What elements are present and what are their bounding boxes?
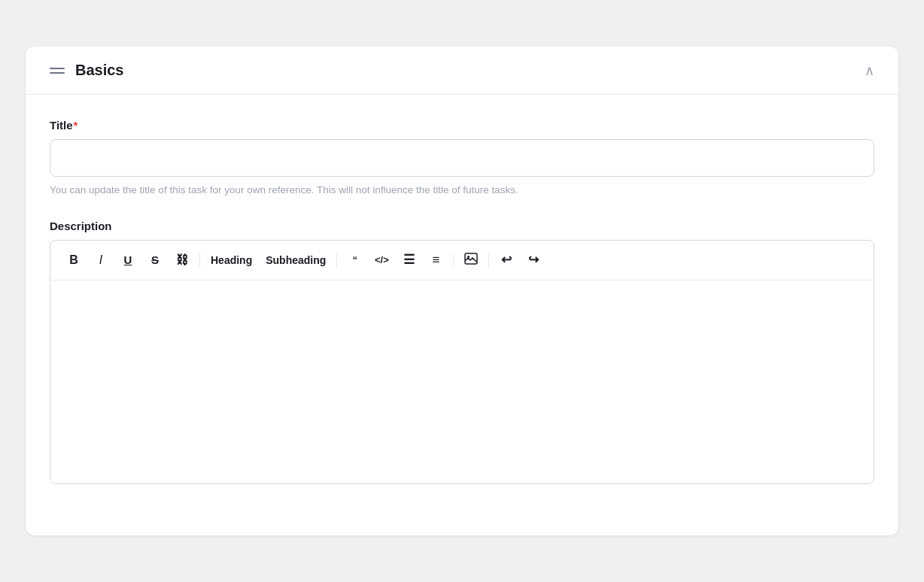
italic-button[interactable]: I <box>88 248 114 272</box>
underline-icon: U <box>124 253 132 266</box>
toolbar-divider-2 <box>336 253 337 268</box>
toolbar-divider-3 <box>453 253 454 268</box>
ordered-list-icon: ≡ <box>432 253 439 268</box>
title-input[interactable] <box>50 139 874 177</box>
bold-icon: B <box>69 253 78 267</box>
subheading-button[interactable]: Subheading <box>260 248 332 272</box>
undo-button[interactable]: ↩ <box>494 248 519 272</box>
italic-icon: I <box>99 253 102 267</box>
redo-button[interactable]: ↪ <box>521 248 546 272</box>
link-icon: ⛓ <box>176 253 188 267</box>
strikethrough-button[interactable]: S <box>142 248 168 272</box>
bold-button[interactable]: B <box>61 248 87 272</box>
strikethrough-icon: S <box>151 253 159 266</box>
toolbar-divider-4 <box>488 253 489 268</box>
code-icon: </> <box>375 254 389 265</box>
heading-button[interactable]: Heading <box>205 248 258 272</box>
image-button[interactable] <box>458 248 484 272</box>
redo-icon: ↪ <box>528 252 539 268</box>
image-icon <box>464 253 478 268</box>
title-hint: You can update the title of this task fo… <box>50 183 874 198</box>
section-title: Basics <box>75 62 124 79</box>
rich-text-editor: B I U S ⛓ Heading Su <box>50 240 874 484</box>
title-label: Title* <box>50 119 874 132</box>
card-header: Basics ∧ <box>26 47 898 95</box>
description-field-group: Description B I U S <box>50 220 874 484</box>
basics-card: Basics ∧ Title* You can update the title… <box>26 47 898 535</box>
blockquote-icon: “ <box>353 254 357 265</box>
editor-toolbar: B I U S ⛓ Heading Su <box>50 241 874 280</box>
unordered-list-button[interactable]: ☰ <box>396 248 421 272</box>
card-body: Title* You can update the title of this … <box>26 95 898 535</box>
required-indicator: * <box>74 119 78 132</box>
header-left: Basics <box>50 62 124 79</box>
ordered-list-button[interactable]: ≡ <box>423 248 448 272</box>
hamburger-icon[interactable] <box>50 68 65 74</box>
underline-button[interactable]: U <box>115 248 141 272</box>
unordered-list-icon: ☰ <box>403 252 415 268</box>
blockquote-button[interactable]: “ <box>342 248 367 272</box>
title-field-group: Title* You can update the title of this … <box>50 119 874 198</box>
collapse-icon[interactable]: ∧ <box>865 62 874 79</box>
description-label: Description <box>50 220 874 232</box>
editor-content[interactable] <box>50 280 874 483</box>
link-button[interactable]: ⛓ <box>169 248 195 272</box>
toolbar-divider-1 <box>199 253 200 268</box>
undo-icon: ↩ <box>501 252 512 268</box>
code-button[interactable]: </> <box>369 248 394 272</box>
